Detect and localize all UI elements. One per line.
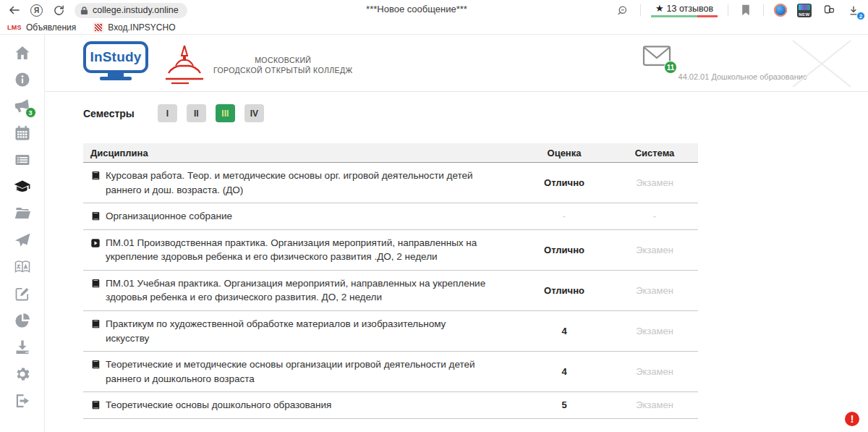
app-window: 3: [0, 35, 868, 432]
send-icon[interactable]: [14, 232, 31, 249]
main-content: InStudy МОСКОВСКИЙ ГОРОДС: [45, 35, 868, 432]
grade-system: Экзамен: [611, 177, 698, 188]
mail-button[interactable]: 11: [642, 45, 671, 69]
col-grade: Оценка: [517, 148, 611, 158]
play-icon: [90, 238, 101, 248]
divider: [763, 4, 764, 16]
college-logo: МОСКОВСКИЙ ГОРОДСКОЙ ОТКРЫТЫЙ КОЛЛЕДЖ: [161, 44, 353, 86]
search-icon[interactable]: [616, 3, 630, 17]
book-icon: [90, 211, 101, 221]
course-title[interactable]: ПМ.01 Учебная практика. Организация меро…: [106, 276, 491, 305]
lms-favicon: LMS: [7, 24, 22, 31]
url-text: college.instudy.online: [93, 5, 179, 15]
course-title[interactable]: Теоретические основы дошкольного образов…: [106, 398, 331, 412]
gear-icon[interactable]: [14, 365, 31, 383]
bookmark-inpsycho[interactable]: Вход.INPSYCHO: [93, 22, 175, 33]
collections-icon[interactable]: [822, 3, 836, 17]
semester-button-II[interactable]: II: [187, 104, 206, 122]
close-icon[interactable]: [788, 38, 855, 93]
semester-button-IV[interactable]: IV: [244, 104, 264, 122]
translate-icon[interactable]: [14, 258, 31, 276]
table-row[interactable]: Теоретические основы дошкольного образов…: [83, 392, 698, 419]
grade-system: Экзамен: [611, 285, 698, 296]
table-row[interactable]: Курсовая работа. Теор. и методические ос…: [83, 163, 698, 203]
instudy-logo[interactable]: InStudy: [83, 41, 148, 80]
browser-extension-icon[interactable]: [774, 4, 787, 17]
browser-profile-icon[interactable]: Я: [30, 4, 43, 17]
bookmark-icon[interactable]: [739, 3, 753, 17]
grade-value: 4: [517, 326, 611, 336]
grade-value: Отлично: [517, 177, 611, 188]
downloads-icon[interactable]: 2: [846, 3, 861, 17]
table-row[interactable]: Организационное собрание--: [83, 203, 698, 230]
list-icon[interactable]: [14, 151, 31, 169]
col-discipline: Дисциплина: [83, 148, 517, 158]
table-row[interactable]: ПМ.01 Учебная практика. Организация меро…: [83, 271, 698, 311]
pie-chart-icon[interactable]: [14, 312, 31, 329]
star-icon: ★: [655, 4, 664, 13]
divider: [728, 4, 728, 16]
mail-badge: 11: [664, 61, 677, 74]
grade-system: Экзамен: [611, 366, 698, 377]
address-bar[interactable]: college.instudy.online: [75, 3, 187, 18]
semester-button-III[interactable]: III: [216, 104, 235, 122]
divider: [640, 4, 641, 16]
book-icon: [90, 319, 101, 329]
back-icon[interactable]: [7, 3, 22, 17]
download-icon[interactable]: [14, 339, 31, 356]
grade-system: -: [611, 211, 698, 221]
graduation-cap-icon[interactable]: [14, 178, 31, 195]
app-header: InStudy МОСКОВСКИЙ ГОРОДС: [45, 35, 868, 92]
info-icon[interactable]: [14, 71, 31, 88]
col-system: Система: [611, 148, 698, 158]
table-body: Курсовая работа. Теор. и методические ос…: [83, 163, 698, 419]
extension-new-icon[interactable]: NEW: [797, 4, 812, 17]
lock-icon: [80, 6, 88, 15]
bookmark-lms[interactable]: LMS Объявления: [7, 22, 76, 33]
sidebar-nav: 3: [0, 35, 45, 432]
book-icon: [90, 279, 101, 289]
grade-value: 4: [517, 366, 611, 377]
semester-button-I[interactable]: I: [158, 104, 177, 122]
grade-system: Экзамен: [611, 245, 698, 255]
megaphone-icon[interactable]: 3: [14, 98, 31, 115]
shield-favicon: [93, 22, 103, 33]
grades-table: Дисциплина Оценка Система Курсовая работ…: [83, 143, 698, 419]
course-title[interactable]: Практикум по художественной обработке ма…: [106, 317, 491, 345]
course-title[interactable]: ПМ.01 Производственная практика. Организ…: [106, 236, 491, 264]
bookmarks-bar: LMS Объявления Вход.INPSYCHO: [0, 20, 868, 35]
grade-value: Отлично: [517, 285, 611, 296]
table-row[interactable]: ПМ.01 Производственная практика. Организ…: [83, 230, 698, 271]
table-header-row: Дисциплина Оценка Система: [83, 143, 698, 163]
page-tab-title: ***Новое сообщение***: [366, 4, 467, 14]
logout-icon[interactable]: [14, 392, 31, 410]
reviews-count: 13 отзывов: [667, 4, 714, 14]
book-icon: [90, 171, 101, 181]
book-icon: [90, 360, 101, 370]
downloads-badge: 2: [856, 12, 865, 20]
college-name: МОСКОВСКИЙ ГОРОДСКОЙ ОТКРЫТЫЙ КОЛЛЕДЖ: [213, 55, 353, 75]
megaphone-badge: 3: [25, 107, 36, 118]
semesters-label: Семестры: [83, 108, 135, 119]
book-icon: [90, 400, 101, 410]
kremlin-tower-icon: [161, 44, 208, 86]
course-title[interactable]: Организационное собрание: [106, 209, 232, 224]
alert-icon[interactable]: !: [845, 412, 859, 426]
reviews-widget[interactable]: ★ 13 отзывов: [651, 4, 718, 17]
grade-system: Экзамен: [611, 326, 698, 336]
browser-toolbar: Я college.instudy.online ***Новое сообще…: [0, 0, 868, 20]
calendar-icon[interactable]: [14, 124, 31, 142]
grade-value: 5: [517, 399, 611, 410]
grade-value: Отлично: [517, 245, 611, 255]
rating-bar: [651, 15, 718, 17]
semesters-section: Семестры IIIIIIIV: [83, 104, 868, 122]
folder-icon[interactable]: [14, 205, 31, 222]
table-row[interactable]: Практикум по художественной обработке ма…: [83, 311, 698, 352]
home-icon[interactable]: [14, 44, 31, 62]
refresh-icon[interactable]: [51, 3, 66, 17]
course-title[interactable]: Курсовая работа. Теор. и методические ос…: [106, 169, 491, 197]
edit-icon[interactable]: [14, 285, 31, 302]
table-row[interactable]: Теоретические и методические основы орга…: [83, 352, 698, 392]
grade-value: -: [517, 211, 611, 221]
course-title[interactable]: Теоретические и методические основы орга…: [106, 357, 491, 386]
